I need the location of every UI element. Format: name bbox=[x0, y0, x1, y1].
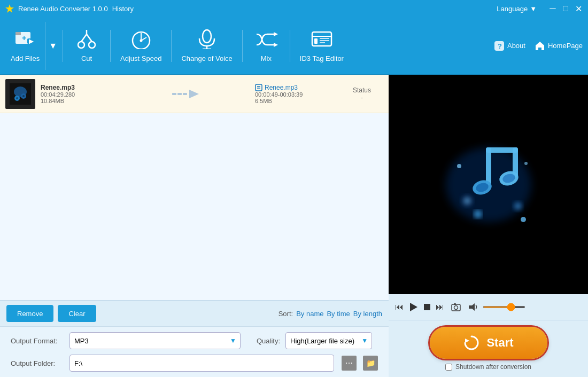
language-dropdown-icon: ▼ bbox=[530, 5, 537, 13]
add-files-group[interactable]: + ▶ Add Files ▼ bbox=[5, 22, 60, 70]
sort-by-name-link[interactable]: By name bbox=[296, 310, 323, 318]
about-button[interactable]: ? About bbox=[493, 40, 525, 52]
svg-rect-38 bbox=[256, 84, 262, 91]
history-link[interactable]: History bbox=[112, 5, 134, 13]
mix-label: Mix bbox=[261, 54, 272, 62]
app-title: Renee Audio Converter 1.0.0 bbox=[18, 5, 108, 13]
svg-point-6 bbox=[78, 42, 84, 48]
shutdown-checkbox[interactable] bbox=[445, 364, 452, 371]
add-files-button[interactable]: + ▶ Add Files bbox=[5, 22, 45, 70]
svg-point-49 bbox=[461, 194, 474, 207]
start-label: Start bbox=[486, 336, 513, 350]
left-panel: Renee.mp3 00:04:29.280 10.84MB Ren bbox=[0, 75, 389, 377]
remove-button[interactable]: Remove bbox=[6, 305, 53, 322]
id3-tag-editor-label: ID3 Tag Editor bbox=[300, 54, 344, 62]
svg-line-8 bbox=[81, 34, 87, 42]
toolbar: + ▶ Add Files ▼ Cut bbox=[0, 17, 588, 75]
add-files-dropdown-button[interactable]: ▼ bbox=[45, 22, 60, 70]
toolbar-separator-3 bbox=[171, 30, 172, 62]
settings-panel: Output Format: MP3 AAC WAV FLAC OGG ▼ Qu… bbox=[0, 326, 389, 377]
output-file-time: 00:00:49-00:03:39 bbox=[255, 91, 341, 98]
output-format-select-wrapper: MP3 AAC WAV FLAC OGG ▼ bbox=[69, 332, 241, 349]
output-folder-label: Output Folder: bbox=[11, 359, 64, 367]
svg-rect-35 bbox=[177, 93, 182, 95]
player-controls: ⏮ ⏭ bbox=[389, 294, 588, 320]
homepage-button[interactable]: HomePage bbox=[534, 40, 583, 52]
bottom-controls: Remove Clear Sort: By name By time By le… bbox=[0, 300, 389, 326]
svg-marker-19 bbox=[274, 43, 278, 47]
add-files-dropdown-icon: ▼ bbox=[49, 41, 57, 51]
toolbar-separator-5 bbox=[290, 30, 290, 62]
output-file-name: Renee.mp3 bbox=[265, 84, 298, 91]
svg-rect-36 bbox=[183, 93, 187, 95]
skip-back-icon: ⏮ bbox=[395, 302, 404, 312]
minimize-button[interactable]: ─ bbox=[547, 4, 558, 13]
preview-area bbox=[389, 75, 588, 294]
file-thumbnail bbox=[5, 79, 35, 109]
about-label: About bbox=[507, 42, 525, 50]
skip-forward-icon: ⏭ bbox=[436, 302, 444, 312]
svg-rect-34 bbox=[172, 93, 176, 95]
svg-marker-60 bbox=[469, 303, 475, 311]
mix-button[interactable]: Mix bbox=[245, 22, 288, 70]
music-note-visual bbox=[435, 137, 542, 233]
open-folder-button[interactable]: 📁 bbox=[363, 356, 378, 371]
input-file-size: 10.84MB bbox=[41, 98, 110, 104]
skip-back-button[interactable]: ⏮ bbox=[395, 302, 404, 312]
play-button[interactable] bbox=[408, 302, 419, 312]
svg-point-58 bbox=[454, 306, 458, 310]
sort-area: Sort: By name By time By length bbox=[278, 310, 382, 318]
svg-point-51 bbox=[474, 210, 482, 218]
svg-rect-22 bbox=[314, 38, 318, 44]
main-area: Renee.mp3 00:04:29.280 10.84MB Ren bbox=[0, 75, 588, 377]
clear-button[interactable]: Clear bbox=[58, 305, 96, 322]
skip-forward-button[interactable]: ⏭ bbox=[436, 302, 444, 312]
shutdown-label[interactable]: Shutdown after conversion bbox=[455, 363, 531, 371]
close-button[interactable]: ✕ bbox=[573, 4, 584, 14]
change-of-voice-button[interactable]: Change of Voice bbox=[174, 22, 239, 70]
file-list: Renee.mp3 00:04:29.280 10.84MB Ren bbox=[0, 75, 389, 300]
svg-point-53 bbox=[524, 162, 528, 165]
stop-button[interactable] bbox=[423, 303, 431, 311]
adjust-speed-label: Adjust Speed bbox=[120, 54, 161, 62]
output-format-select[interactable]: MP3 AAC WAV FLAC OGG bbox=[69, 332, 241, 349]
sort-by-length-link[interactable]: By length bbox=[353, 310, 382, 318]
volume-button[interactable] bbox=[468, 302, 478, 312]
toolbar-right: ? About HomePage bbox=[493, 40, 583, 52]
dots-icon: ⋯ bbox=[345, 359, 353, 367]
svg-marker-61 bbox=[465, 339, 469, 343]
add-files-icon: + ▶ bbox=[14, 29, 36, 52]
change-of-voice-icon bbox=[195, 29, 219, 52]
adjust-speed-button[interactable]: Adjust Speed bbox=[113, 22, 169, 70]
svg-point-14 bbox=[140, 40, 142, 42]
language-button[interactable]: Language ▼ bbox=[497, 5, 537, 13]
change-of-voice-label: Change of Voice bbox=[181, 54, 232, 62]
volume-slider[interactable] bbox=[483, 306, 525, 308]
svg-marker-37 bbox=[189, 90, 199, 98]
svg-rect-2 bbox=[16, 32, 21, 35]
maximize-button[interactable]: □ bbox=[560, 4, 571, 13]
toolbar-separator-4 bbox=[242, 30, 243, 62]
output-file-size: 6.5MB bbox=[255, 98, 341, 104]
screenshot-button[interactable] bbox=[451, 302, 461, 312]
svg-marker-0 bbox=[5, 4, 14, 13]
sort-by-time-link[interactable]: By time bbox=[327, 310, 350, 318]
quality-select[interactable]: High(Larger file size) Medium Low(Smalle… bbox=[285, 332, 372, 349]
id3-tag-editor-button[interactable]: ID3 Tag Editor bbox=[292, 22, 351, 70]
table-row: Renee.mp3 00:04:29.280 10.84MB Ren bbox=[0, 75, 389, 113]
quality-select-wrapper: High(Larger file size) Medium Low(Smalle… bbox=[285, 332, 372, 349]
output-folder-input[interactable] bbox=[69, 355, 334, 372]
folder-browse-button[interactable]: ⋯ bbox=[342, 356, 357, 371]
add-files-label: Add Files bbox=[11, 54, 40, 62]
file-output-info: Renee.mp3 00:00:49-00:03:39 6.5MB bbox=[255, 84, 341, 104]
title-bar: Renee Audio Converter 1.0.0 History Lang… bbox=[0, 0, 588, 17]
shutdown-check-area: Shutdown after conversion bbox=[445, 363, 531, 371]
adjust-speed-icon bbox=[129, 29, 153, 52]
svg-text:+: + bbox=[22, 34, 26, 42]
status-value: - bbox=[341, 94, 383, 101]
svg-point-32 bbox=[16, 97, 18, 99]
cut-button[interactable]: Cut bbox=[65, 22, 108, 70]
output-folder-row: Output Folder: ⋯ 📁 bbox=[11, 355, 378, 372]
svg-marker-18 bbox=[274, 32, 278, 36]
start-button[interactable]: Start bbox=[430, 327, 547, 359]
